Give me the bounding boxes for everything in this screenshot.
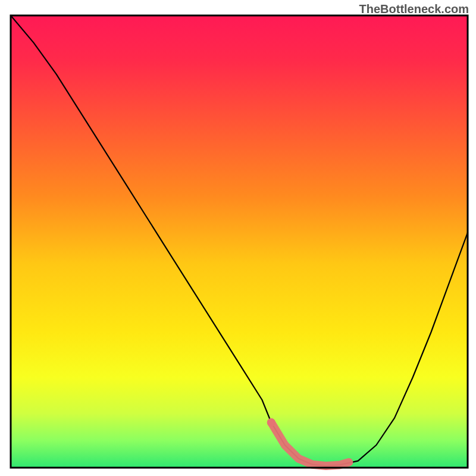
watermark-text: TheBottleneck.com [359,2,469,16]
bottleneck-chart [0,0,476,476]
highlight-start-dot [267,418,275,427]
chart-background [11,15,468,468]
